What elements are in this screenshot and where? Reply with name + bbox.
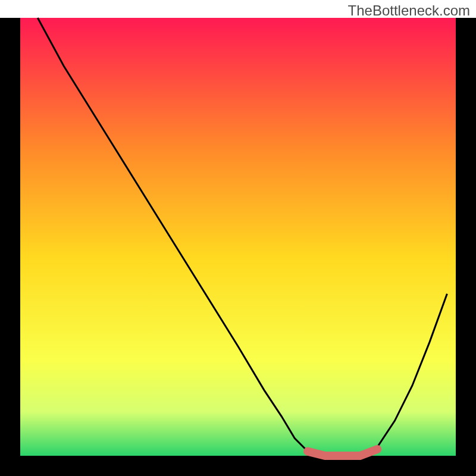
- watermark: TheBottleneck.com: [348, 2, 470, 19]
- plot-background: [20, 18, 456, 456]
- frame-bottom: [0, 456, 476, 476]
- frame-right: [456, 18, 476, 476]
- bottleneck-chart: [0, 0, 476, 476]
- frame-left: [0, 18, 20, 476]
